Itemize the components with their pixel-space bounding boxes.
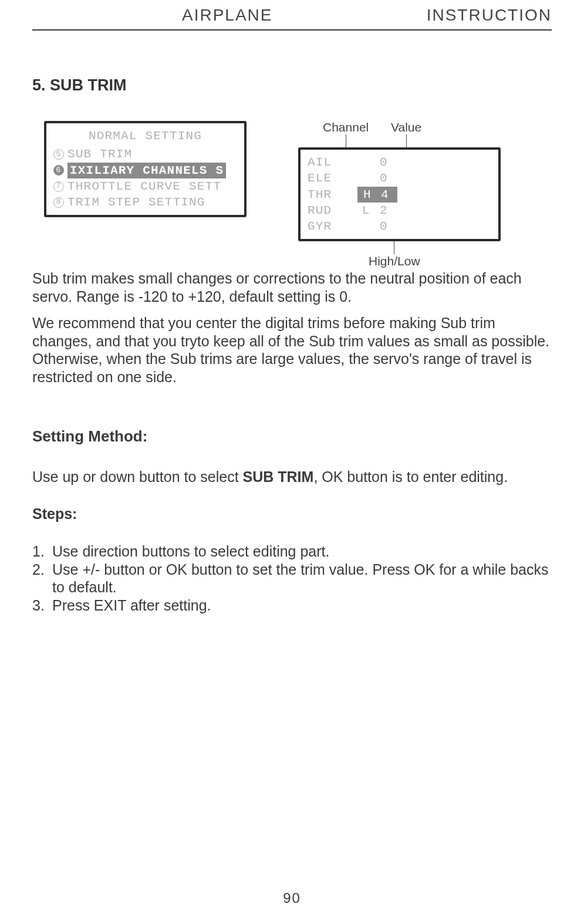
lcd-channel-row: ELE0 [308, 170, 491, 186]
lcd-left: NORMAL SETTING 5SUB TRIM6IXILIARY CHANNE… [44, 121, 247, 217]
callout-highlow: High/Low [369, 241, 420, 268]
step-item: 3.Press EXIT after setting. [32, 596, 552, 615]
paragraph-2: We recommend that you center the digital… [32, 314, 552, 386]
lcd-left-wrap: NORMAL SETTING 5SUB TRIM6IXILIARY CHANNE… [44, 121, 247, 217]
menu-item-label: TRIM STEP SETTING [67, 194, 205, 210]
channel-value: 0 [375, 154, 393, 170]
channel-direction: L [357, 203, 375, 218]
steps-head: Steps: [32, 505, 552, 522]
channel-direction [357, 218, 375, 234]
steps-list: 1.Use direction buttons to select editin… [32, 542, 552, 614]
page-header: AIRPLANE INSTRUCTION [32, 0, 552, 31]
lcd-menu-item: 5SUB TRIM [53, 146, 237, 162]
menu-item-number: 7 [53, 181, 64, 192]
lcd-menu-item: 6IXILIARY CHANNELS S [53, 163, 237, 178]
channel-name: AIL [308, 154, 357, 170]
header-right: INSTRUCTION [427, 6, 552, 25]
lcd-channel-row: THRH4 [308, 187, 491, 203]
step-text: Use +/- button or OK button to set the t… [52, 561, 552, 596]
step-text: Press EXIT after setting. [52, 596, 211, 615]
step-number: 3. [32, 596, 52, 615]
header-left: AIRPLANE [182, 6, 273, 25]
channel-value: 0 [375, 218, 393, 234]
setting-method-text: Use up or down button to select SUB TRIM… [32, 468, 552, 486]
menu-item-number: 6 [53, 165, 64, 176]
channel-direction: H [359, 187, 376, 203]
step-number: 1. [32, 542, 52, 561]
step-item: 1.Use direction buttons to select editin… [32, 542, 552, 561]
channel-name: GYR [308, 218, 357, 234]
step-item: 2.Use +/- button or OK button to set the… [32, 561, 552, 596]
menu-item-label: IXILIARY CHANNELS S [67, 163, 226, 178]
lcd-menu-item: 7THROTTLE CURVE SETT [53, 178, 237, 194]
section-title: 5. SUB TRIM [32, 76, 552, 95]
step-number: 2. [32, 561, 52, 596]
channel-name: ELE [308, 170, 357, 186]
channel-direction [357, 154, 375, 170]
lcd-screens-row: NORMAL SETTING 5SUB TRIM6IXILIARY CHANNE… [44, 121, 552, 241]
lcd-channel-row: GYR0 [308, 218, 491, 234]
lcd-channel-row: AIL0 [308, 154, 491, 170]
menu-item-number: 8 [53, 197, 64, 208]
lcd-right-wrap: Channel Value AIL0ELE0THRH4RUDL2GYR0 Hig… [298, 147, 501, 241]
lcd-menu-item: 8TRIM STEP SETTING [53, 194, 237, 210]
channel-value: 4 [376, 187, 394, 203]
channel-value: 2 [375, 203, 393, 218]
channel-direction [357, 170, 375, 186]
channel-value: 0 [375, 170, 393, 186]
channel-name: THR [308, 187, 357, 203]
lcd-right: AIL0ELE0THRH4RUDL2GYR0 [298, 147, 501, 241]
page-number: 90 [0, 890, 584, 906]
menu-item-number: 5 [53, 149, 64, 160]
callout-channel: Channel [323, 120, 369, 147]
lcd-channel-row: RUDL2 [308, 203, 491, 218]
callout-value: Value [391, 120, 421, 147]
step-text: Use direction buttons to select editing … [52, 542, 330, 561]
paragraph-1: Sub trim makes small changes or correcti… [32, 269, 552, 306]
menu-item-label: THROTTLE CURVE SETT [67, 178, 221, 194]
menu-item-label: SUB TRIM [67, 146, 132, 162]
channel-name: RUD [308, 203, 357, 218]
lcd-left-title: NORMAL SETTING [53, 128, 237, 144]
setting-method-head: Setting Method: [32, 427, 552, 446]
